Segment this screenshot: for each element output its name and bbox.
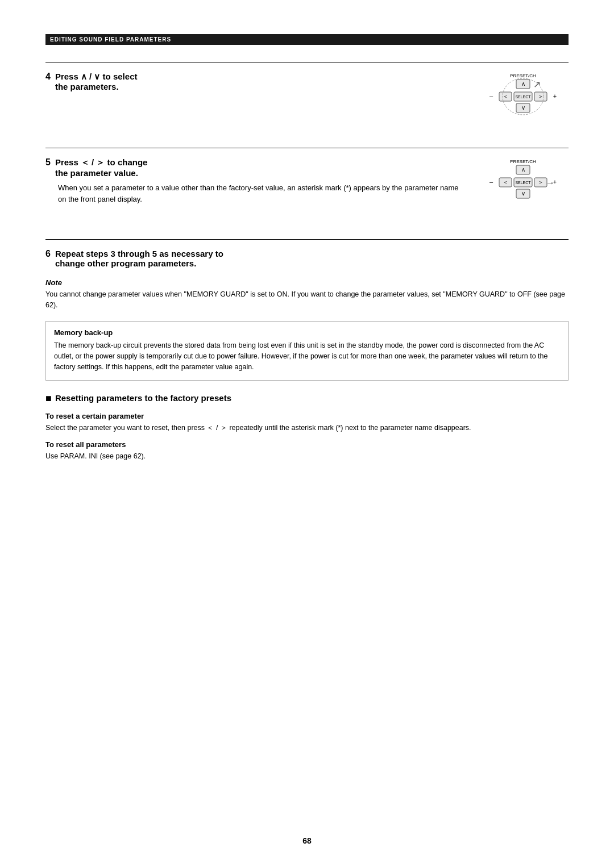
step-6-section: 6 Repeat steps 3 through 5 as necessary …: [45, 239, 569, 268]
svg-text:＞: ＞: [538, 179, 544, 185]
svg-text:–: –: [489, 178, 493, 185]
factory-reset-heading: ■ Resetting parameters to the factory pr…: [45, 393, 569, 404]
step-5-number: 5: [45, 157, 51, 168]
header-label: EDITING SOUND FIELD PARAMETERS: [50, 36, 171, 43]
svg-text:∧: ∧: [521, 166, 525, 173]
svg-text:∨: ∨: [521, 105, 525, 111]
page: EDITING SOUND FIELD PARAMETERS 4 Press ∧…: [0, 0, 614, 868]
header-bar: EDITING SOUND FIELD PARAMETERS: [45, 34, 569, 45]
step-5-diagram: PRESET/CH ∧ ＜ SELECT ＞ ∨ – +: [478, 157, 569, 226]
step-6-number: 6: [45, 249, 51, 259]
step-5-svg: PRESET/CH ∧ ＜ SELECT ＞ ∨ – +: [483, 157, 563, 226]
step-5-body: When you set a parameter to a value othe…: [58, 182, 460, 205]
factory-reset-heading-text: Resetting parameters to the factory pres…: [55, 393, 231, 403]
svg-text:PRESET/CH: PRESET/CH: [510, 159, 536, 164]
memory-backup-title: Memory back-up: [54, 328, 560, 337]
reset-all-title: To reset all parameters: [45, 440, 569, 449]
step-4-text: 4 Press ∧ / ∨ to select the parameters.: [45, 72, 460, 96]
svg-text:SELECT: SELECT: [515, 181, 531, 185]
factory-reset-section: ■ Resetting parameters to the factory pr…: [45, 393, 569, 462]
step-6-title-text: Repeat steps 3 through 5 as necessary to…: [55, 249, 223, 268]
reset-all-text: Use PARAM. INI (see page 62).: [45, 451, 569, 462]
svg-text:∧: ∧: [521, 81, 525, 87]
step-4-title: 4 Press ∧ / ∨ to select the parameters.: [45, 72, 460, 91]
step-4-diagram: PRESET/CH ∧ ＜ SELECT ＞ ∨ –: [478, 72, 569, 134]
svg-text:＜: ＜: [503, 179, 508, 185]
svg-text:–: –: [489, 93, 493, 99]
svg-text:+: +: [553, 93, 557, 99]
note-box: Note You cannot change parameter values …: [45, 278, 569, 311]
step-4-svg: PRESET/CH ∧ ＜ SELECT ＞ ∨ –: [483, 72, 563, 134]
svg-text:SELECT: SELECT: [515, 95, 531, 99]
factory-reset-bullet: ■: [45, 393, 52, 404]
step-4-title-text: Press ∧ / ∨ to select the parameters.: [55, 72, 138, 91]
note-label: Note: [45, 278, 569, 287]
step-6-title: 6 Repeat steps 3 through 5 as necessary …: [45, 249, 569, 268]
svg-text:∨: ∨: [521, 190, 525, 197]
svg-text:↗: ↗: [533, 80, 541, 89]
memory-backup-text: The memory back-up circuit prevents the …: [54, 340, 560, 373]
reset-certain-text: Select the parameter you want to reset, …: [45, 423, 569, 433]
note-text: You cannot change parameter values when …: [45, 289, 569, 311]
step-5-text: 5 Press ＜ / ＞ to change the parameter va…: [45, 157, 460, 205]
reset-certain-subsection: To reset a certain parameter Select the …: [45, 412, 569, 433]
step-4-number: 4: [45, 72, 51, 82]
reset-certain-title: To reset a certain parameter: [45, 412, 569, 420]
svg-text:＜: ＜: [503, 93, 508, 99]
svg-text:PRESET/CH: PRESET/CH: [510, 73, 536, 78]
svg-text:＞: ＞: [538, 93, 544, 99]
step-5-title: 5 Press ＜ / ＞ to change the parameter va…: [45, 157, 460, 178]
step-4-section: 4 Press ∧ / ∨ to select the parameters. …: [45, 62, 569, 134]
reset-all-subsection: To reset all parameters Use PARAM. INI (…: [45, 440, 569, 462]
step-5-section: 5 Press ＜ / ＞ to change the parameter va…: [45, 148, 569, 226]
page-number: 68: [302, 836, 312, 845]
step-5-title-text: Press ＜ / ＞ to change the parameter valu…: [55, 157, 148, 178]
memory-backup-box: Memory back-up The memory back-up circui…: [45, 321, 569, 381]
svg-text:→: →: [546, 178, 555, 187]
